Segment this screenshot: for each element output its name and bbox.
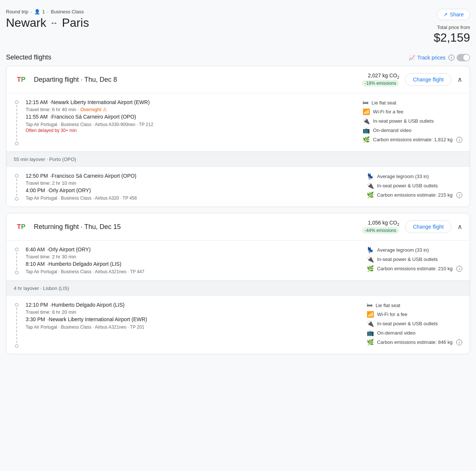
ret-seg1-arrive-time: 8:10 AM (26, 261, 45, 267)
ret-seg2-amenity-3: 📺 On-demand video (367, 329, 462, 336)
ret-seg2-dashed-line (16, 308, 17, 343)
seg1-dot-bottom (15, 142, 19, 145)
returning-seg2-row: 12:10 PM · Humberto Delgado Airport (LIS… (14, 302, 462, 348)
co2-icon: 🌿 (363, 136, 370, 143)
ret-video-icon: 📺 (367, 329, 374, 336)
ret-seg2-depart-airport: Humberto Delgado Airport (LIS) (52, 302, 125, 308)
ret-layover-1: 4 hr layover · Lisbon (LIS) (6, 281, 470, 296)
ret-power-label2: In-seat power & USB outlets (377, 321, 438, 326)
power-label2: In-seat power & USB outlets (377, 183, 438, 188)
overnight-label: Overnight (80, 107, 101, 112)
dep-seg2-airline-info: Tap Air Portugal · Business Class · Airb… (26, 196, 355, 201)
ret-seg2-depart: 12:10 PM · Humberto Delgado Airport (LIS… (26, 302, 355, 308)
power-icon: 🔌 (363, 117, 370, 125)
ret-seg2-amenity-2: 🔌 In-seat power & USB outlets (367, 320, 462, 327)
separator2: · (47, 9, 49, 14)
price-section: ↗ Share Total price from $2,159 (434, 9, 470, 45)
ret-seg2-amenity-0: 🛏 Lie flat seat (367, 302, 462, 309)
ret-lie-flat-label: Lie flat seat (376, 303, 401, 308)
ret-seg2-amenity-4: 🌿 Carbon emissions estimate: 846 kg i (367, 339, 462, 346)
video-icon: 📺 (363, 127, 370, 134)
ret-co2-label: Carbon emissions estimate: 210 kg (377, 266, 453, 271)
ret-power-label: In-seat power & USB outlets (377, 257, 438, 262)
returning-co2-value: 1,056 kg CO2 (362, 220, 399, 227)
departing-seg2-content: 12:50 PM · Francisco Sá Carneiro Airport… (26, 173, 355, 201)
ret-lie-flat-icon: 🛏 (367, 302, 373, 309)
returning-flight-header: TP Returning flight · Thu, Dec 15 1,056 … (6, 213, 470, 241)
ret-seg1-arrive: 8:10 AM · Humberto Delgado Airport (LIS) (26, 261, 355, 267)
dep-seg1-amenity-3: 📺 On-demand video (363, 127, 462, 134)
departing-segment-1: 12:15 AM · Newark Liberty International … (6, 93, 470, 152)
dep-seg1-arrive-airport: Francisco Sá Carneiro Airport (OPO) (51, 114, 136, 120)
returning-seg1-row: 6:40 AM · Orly Airport (ORY) Travel time… (14, 246, 462, 274)
returning-segment-1: 6:40 AM · Orly Airport (ORY) Travel time… (6, 241, 470, 281)
track-prices-info-icon[interactable]: i (448, 55, 454, 61)
co2-label2: Carbon emissions estimate: 215 kg (377, 192, 453, 198)
returning-seg2-timeline (14, 302, 20, 348)
ret-seg1-amenities: 💺 Average legroom (33 in) 🔌 In-seat powe… (361, 246, 462, 274)
tap-air-portugal-logo-ret: TP (14, 219, 29, 234)
ret-co2-icon: 🌿 (367, 265, 374, 272)
departing-segment-2: 12:50 PM · Francisco Sá Carneiro Airport… (6, 167, 470, 207)
dep-seg1-co2-info[interactable]: i (456, 137, 462, 143)
returning-collapse-icon[interactable]: ∧ (457, 223, 462, 231)
ret-seg1-amenity-1: 🔌 In-seat power & USB outlets (367, 256, 462, 263)
co2-label: Carbon emissions estimate: 1,812 kg (373, 137, 453, 142)
ret-seg1-co2-info[interactable]: i (456, 266, 462, 272)
departing-seg1-timeline (14, 99, 20, 145)
dep-seg1-depart: 12:15 AM · Newark Liberty International … (26, 99, 351, 105)
ret-seg2-travel-time: Travel time: 8 hr 20 min (26, 309, 355, 315)
departing-co2-info: 2,027 kg CO2 -18% emissions (362, 72, 399, 87)
power-label: In-seat power & USB outlets (373, 118, 434, 124)
returning-change-flight-button[interactable]: Change flight (405, 220, 451, 233)
trip-type: Round trip (6, 9, 28, 14)
ret-seg1-dot-bottom (15, 271, 19, 274)
departing-seg2-row: 12:50 PM · Francisco Sá Carneiro Airport… (14, 173, 462, 201)
dep-seg1-amenity-2: 🔌 In-seat power & USB outlets (363, 117, 462, 125)
top-bar: Round trip · 👤 1 · Business Class Newark… (6, 6, 470, 48)
price-value: $2,159 (434, 31, 470, 45)
ret-legroom-label: Average legroom (33 in) (377, 247, 429, 253)
departing-flight-title: Departing flight · Thu, Dec 8 (34, 76, 117, 84)
ret-power-icon2: 🔌 (367, 320, 374, 327)
seg2-dashed-line (16, 179, 17, 196)
share-button[interactable]: ↗ Share (437, 9, 470, 20)
share-icon: ↗ (443, 12, 448, 17)
legroom-icon: 💺 (367, 173, 374, 180)
dep-seg2-travel-time: Travel time: 2 hr 10 min (26, 180, 355, 186)
trip-meta: Round trip · 👤 1 · Business Class (6, 9, 434, 14)
ret-seg2-arrive-time: 3:30 PM (26, 316, 45, 322)
lie-flat-label: Lie flat seat (372, 100, 396, 106)
ret-seg1-amenity-2: 🌿 Carbon emissions estimate: 210 kg i (367, 265, 462, 272)
dep-seg1-airline-info: Tap Air Portugal · Business Class · Airb… (26, 122, 351, 127)
logo-t: T (17, 76, 21, 84)
dep-seg2-depart-airport: Francisco Sá Carneiro Airport (OPO) (52, 173, 136, 179)
ret-seg1-travel-time: Travel time: 2 hr 30 min (26, 254, 355, 259)
departing-change-flight-button[interactable]: Change flight (405, 73, 451, 86)
seg2-dot-bottom (15, 197, 19, 201)
person-icon: 👤 (34, 9, 40, 14)
dep-seg2-co2-info[interactable]: i (456, 192, 462, 198)
seg2-dot-top (15, 174, 19, 178)
returning-seg1-timeline (14, 246, 20, 274)
departing-collapse-icon[interactable]: ∧ (457, 75, 462, 84)
dep-seg2-arrive-airport: Orly Airport (ORY) (49, 187, 91, 193)
ret-seg2-dot-top (15, 303, 19, 307)
route-arrow: ↔ (50, 18, 58, 28)
track-prices[interactable]: 📈 Track prices i (409, 54, 470, 61)
dep-seg1-travel-time: Travel time: 6 hr 40 min · Overnight ⚠ (26, 107, 351, 112)
track-prices-toggle[interactable] (457, 54, 470, 61)
video-label: On-demand video (373, 128, 411, 133)
ret-seg1-depart-airport: Orly Airport (ORY) (48, 246, 90, 252)
logo-p-ret: P (21, 223, 25, 231)
dep-seg2-amenity-1: 🔌 In-seat power & USB outlets (367, 182, 462, 189)
power-icon2: 🔌 (367, 182, 374, 189)
ret-wifi-icon: 📶 (367, 311, 374, 318)
ret-seg1-arrive-airport: Humberto Delgado Airport (LIS) (48, 261, 121, 267)
ret-seg2-co2-info[interactable]: i (456, 339, 462, 345)
returning-co2-info: 1,056 kg CO2 -44% emissions (362, 220, 399, 234)
dep-layover-1: 55 min layover · Porto (OPO) (6, 152, 470, 167)
passengers: 1 (42, 9, 45, 14)
ret-wifi-label: Wi-Fi for a fee (377, 312, 408, 317)
ret-seg1-amenity-0: 💺 Average legroom (33 in) (367, 246, 462, 254)
